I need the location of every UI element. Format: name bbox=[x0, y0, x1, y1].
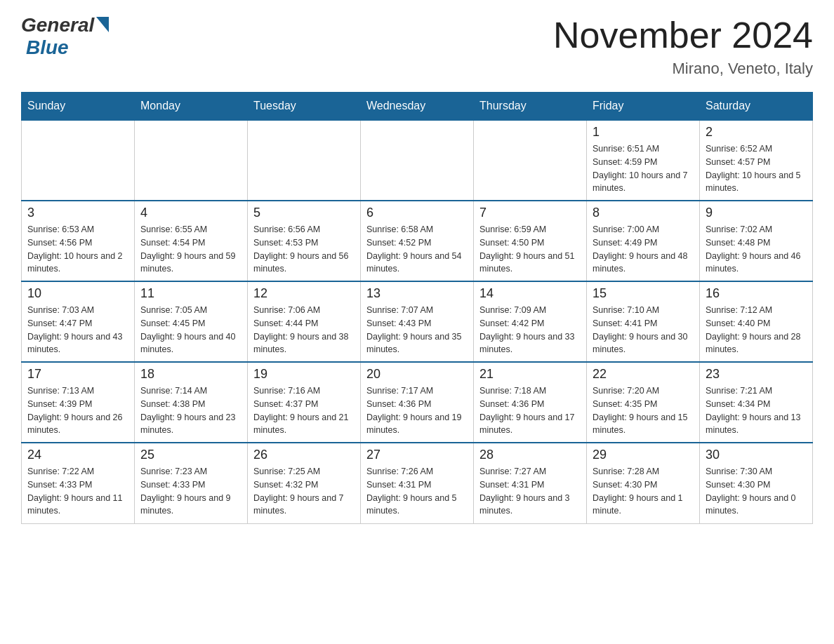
day-info: Sunrise: 7:20 AMSunset: 4:35 PMDaylight:… bbox=[593, 384, 694, 437]
day-number: 24 bbox=[27, 448, 128, 462]
day-info: Sunrise: 6:56 AMSunset: 4:53 PMDaylight:… bbox=[253, 223, 355, 276]
day-number: 17 bbox=[27, 367, 128, 382]
calendar-cell: 6Sunrise: 6:58 AMSunset: 4:52 PMDaylight… bbox=[361, 201, 474, 281]
day-info: Sunrise: 7:30 AMSunset: 4:30 PMDaylight:… bbox=[706, 465, 807, 518]
day-info: Sunrise: 7:26 AMSunset: 4:31 PMDaylight:… bbox=[366, 465, 468, 518]
calendar-cell: 29Sunrise: 7:28 AMSunset: 4:30 PMDayligh… bbox=[587, 443, 700, 523]
day-info: Sunrise: 7:21 AMSunset: 4:34 PMDaylight:… bbox=[706, 384, 807, 437]
day-info: Sunrise: 7:09 AMSunset: 4:42 PMDaylight:… bbox=[479, 304, 581, 356]
day-number: 15 bbox=[593, 286, 694, 301]
calendar-table: SundayMondayTuesdayWednesdayThursdayFrid… bbox=[21, 92, 813, 524]
calendar-cell: 4Sunrise: 6:55 AMSunset: 4:54 PMDaylight… bbox=[135, 201, 248, 281]
day-number: 29 bbox=[593, 448, 694, 462]
day-info: Sunrise: 7:22 AMSunset: 4:33 PMDaylight:… bbox=[27, 465, 128, 518]
logo-triangle-icon bbox=[96, 17, 109, 32]
day-info: Sunrise: 7:25 AMSunset: 4:32 PMDaylight:… bbox=[253, 465, 355, 518]
calendar-cell: 25Sunrise: 7:23 AMSunset: 4:33 PMDayligh… bbox=[135, 443, 248, 523]
day-number: 8 bbox=[593, 206, 694, 220]
calendar-week-4: 17Sunrise: 7:13 AMSunset: 4:39 PMDayligh… bbox=[22, 362, 813, 443]
calendar-cell: 13Sunrise: 7:07 AMSunset: 4:43 PMDayligh… bbox=[361, 281, 474, 362]
logo: General Blue bbox=[21, 14, 109, 59]
day-info: Sunrise: 7:03 AMSunset: 4:47 PMDaylight:… bbox=[27, 304, 128, 356]
calendar-cell: 11Sunrise: 7:05 AMSunset: 4:45 PMDayligh… bbox=[135, 281, 248, 362]
calendar-cell: 14Sunrise: 7:09 AMSunset: 4:42 PMDayligh… bbox=[474, 281, 587, 362]
calendar-header-row: SundayMondayTuesdayWednesdayThursdayFrid… bbox=[22, 93, 813, 121]
calendar-cell: 1Sunrise: 6:51 AMSunset: 4:59 PMDaylight… bbox=[587, 120, 700, 201]
day-info: Sunrise: 7:23 AMSunset: 4:33 PMDaylight:… bbox=[140, 465, 241, 518]
weekday-header-thursday: Thursday bbox=[474, 93, 587, 121]
day-info: Sunrise: 6:51 AMSunset: 4:59 PMDaylight:… bbox=[593, 142, 694, 195]
calendar-cell: 22Sunrise: 7:20 AMSunset: 4:35 PMDayligh… bbox=[587, 362, 700, 443]
weekday-header-saturday: Saturday bbox=[700, 93, 813, 121]
calendar-cell: 12Sunrise: 7:06 AMSunset: 4:44 PMDayligh… bbox=[248, 281, 361, 362]
calendar-cell: 24Sunrise: 7:22 AMSunset: 4:33 PMDayligh… bbox=[22, 443, 135, 523]
weekday-header-sunday: Sunday bbox=[22, 93, 135, 121]
day-info: Sunrise: 6:53 AMSunset: 4:56 PMDaylight:… bbox=[27, 223, 128, 276]
day-number: 13 bbox=[366, 286, 468, 301]
calendar-cell: 9Sunrise: 7:02 AMSunset: 4:48 PMDaylight… bbox=[700, 201, 813, 281]
day-info: Sunrise: 7:06 AMSunset: 4:44 PMDaylight:… bbox=[253, 304, 355, 356]
calendar-cell: 30Sunrise: 7:30 AMSunset: 4:30 PMDayligh… bbox=[700, 443, 813, 523]
calendar-cell: 7Sunrise: 6:59 AMSunset: 4:50 PMDaylight… bbox=[474, 201, 587, 281]
calendar-cell: 27Sunrise: 7:26 AMSunset: 4:31 PMDayligh… bbox=[361, 443, 474, 523]
day-info: Sunrise: 7:10 AMSunset: 4:41 PMDaylight:… bbox=[593, 304, 694, 356]
day-number: 26 bbox=[253, 448, 355, 462]
day-number: 27 bbox=[366, 448, 468, 462]
calendar-cell bbox=[22, 120, 135, 201]
day-number: 9 bbox=[706, 206, 807, 220]
calendar-cell: 3Sunrise: 6:53 AMSunset: 4:56 PMDaylight… bbox=[22, 201, 135, 281]
day-number: 19 bbox=[253, 367, 355, 382]
day-number: 21 bbox=[479, 367, 581, 382]
calendar-subtitle: Mirano, Veneto, Italy bbox=[553, 60, 813, 78]
day-info: Sunrise: 6:58 AMSunset: 4:52 PMDaylight:… bbox=[366, 223, 468, 276]
day-number: 1 bbox=[593, 125, 694, 140]
day-info: Sunrise: 7:14 AMSunset: 4:38 PMDaylight:… bbox=[140, 384, 241, 437]
calendar-cell: 23Sunrise: 7:21 AMSunset: 4:34 PMDayligh… bbox=[700, 362, 813, 443]
day-number: 23 bbox=[706, 367, 807, 382]
logo-general: General bbox=[21, 14, 94, 36]
day-info: Sunrise: 7:05 AMSunset: 4:45 PMDaylight:… bbox=[140, 304, 241, 356]
day-info: Sunrise: 6:55 AMSunset: 4:54 PMDaylight:… bbox=[140, 223, 241, 276]
day-info: Sunrise: 7:16 AMSunset: 4:37 PMDaylight:… bbox=[253, 384, 355, 437]
day-info: Sunrise: 7:12 AMSunset: 4:40 PMDaylight:… bbox=[706, 304, 807, 356]
weekday-header-tuesday: Tuesday bbox=[248, 93, 361, 121]
day-info: Sunrise: 7:17 AMSunset: 4:36 PMDaylight:… bbox=[366, 384, 468, 437]
day-number: 11 bbox=[140, 286, 241, 301]
calendar-cell: 2Sunrise: 6:52 AMSunset: 4:57 PMDaylight… bbox=[700, 120, 813, 201]
calendar-week-1: 1Sunrise: 6:51 AMSunset: 4:59 PMDaylight… bbox=[22, 120, 813, 201]
calendar-cell: 10Sunrise: 7:03 AMSunset: 4:47 PMDayligh… bbox=[22, 281, 135, 362]
calendar-cell: 8Sunrise: 7:00 AMSunset: 4:49 PMDaylight… bbox=[587, 201, 700, 281]
calendar-week-3: 10Sunrise: 7:03 AMSunset: 4:47 PMDayligh… bbox=[22, 281, 813, 362]
day-number: 10 bbox=[27, 286, 128, 301]
day-info: Sunrise: 7:02 AMSunset: 4:48 PMDaylight:… bbox=[706, 223, 807, 276]
calendar-cell: 5Sunrise: 6:56 AMSunset: 4:53 PMDaylight… bbox=[248, 201, 361, 281]
calendar-cell bbox=[474, 120, 587, 201]
calendar-week-5: 24Sunrise: 7:22 AMSunset: 4:33 PMDayligh… bbox=[22, 443, 813, 523]
header: General Blue November 2024 Mirano, Venet… bbox=[21, 14, 813, 78]
day-info: Sunrise: 7:13 AMSunset: 4:39 PMDaylight:… bbox=[27, 384, 128, 437]
day-info: Sunrise: 7:00 AMSunset: 4:49 PMDaylight:… bbox=[593, 223, 694, 276]
day-number: 16 bbox=[706, 286, 807, 301]
calendar-cell bbox=[361, 120, 474, 201]
day-number: 3 bbox=[27, 206, 128, 220]
weekday-header-monday: Monday bbox=[135, 93, 248, 121]
calendar-cell: 26Sunrise: 7:25 AMSunset: 4:32 PMDayligh… bbox=[248, 443, 361, 523]
day-info: Sunrise: 7:18 AMSunset: 4:36 PMDaylight:… bbox=[479, 384, 581, 437]
day-info: Sunrise: 6:52 AMSunset: 4:57 PMDaylight:… bbox=[706, 142, 807, 195]
day-number: 30 bbox=[706, 448, 807, 462]
weekday-header-friday: Friday bbox=[587, 93, 700, 121]
calendar-cell: 20Sunrise: 7:17 AMSunset: 4:36 PMDayligh… bbox=[361, 362, 474, 443]
day-info: Sunrise: 7:28 AMSunset: 4:30 PMDaylight:… bbox=[593, 465, 694, 518]
calendar-cell: 21Sunrise: 7:18 AMSunset: 4:36 PMDayligh… bbox=[474, 362, 587, 443]
day-info: Sunrise: 7:27 AMSunset: 4:31 PMDaylight:… bbox=[479, 465, 581, 518]
day-number: 18 bbox=[140, 367, 241, 382]
calendar-week-2: 3Sunrise: 6:53 AMSunset: 4:56 PMDaylight… bbox=[22, 201, 813, 281]
title-block: November 2024 Mirano, Veneto, Italy bbox=[553, 14, 813, 78]
calendar-cell: 28Sunrise: 7:27 AMSunset: 4:31 PMDayligh… bbox=[474, 443, 587, 523]
day-number: 6 bbox=[366, 206, 468, 220]
day-number: 5 bbox=[253, 206, 355, 220]
day-number: 7 bbox=[479, 206, 581, 220]
day-number: 12 bbox=[253, 286, 355, 301]
logo-blue: Blue bbox=[26, 36, 69, 59]
day-number: 2 bbox=[706, 125, 807, 140]
